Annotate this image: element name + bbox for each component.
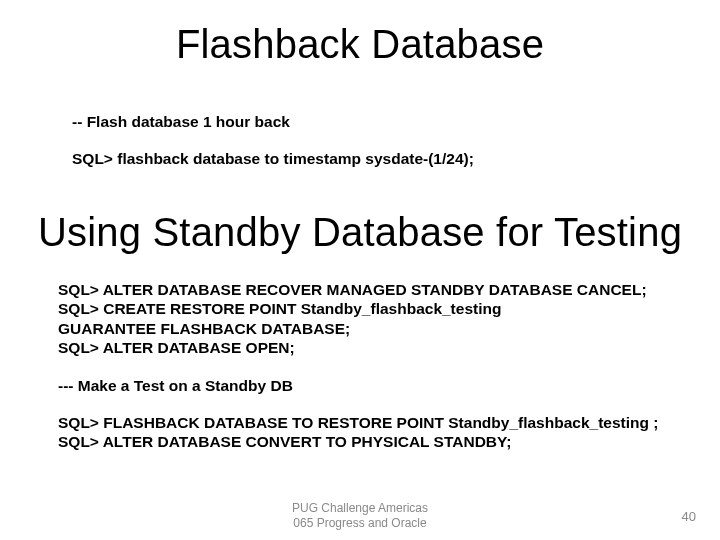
sql-line: SQL> ALTER DATABASE OPEN; bbox=[58, 338, 688, 357]
footer-line-1: PUG Challenge Americas bbox=[0, 501, 720, 515]
comment-line: -- Flash database 1 hour back bbox=[72, 112, 672, 131]
footer-line-2: 065 Progress and Oracle bbox=[0, 516, 720, 530]
code-block-flashback: -- Flash database 1 hour back SQL> flash… bbox=[72, 112, 672, 169]
sql-line: SQL> CREATE RESTORE POINT Standby_flashb… bbox=[58, 299, 688, 318]
sql-line: SQL> ALTER DATABASE CONVERT TO PHYSICAL … bbox=[58, 432, 688, 451]
page-number: 40 bbox=[682, 509, 696, 524]
footer-text: PUG Challenge Americas 065 Progress and … bbox=[0, 501, 720, 530]
sql-line: SQL> FLASHBACK DATABASE TO RESTORE POINT… bbox=[58, 413, 688, 432]
heading-standby-testing: Using Standby Database for Testing bbox=[0, 210, 720, 255]
sql-line: SQL> flashback database to timestamp sys… bbox=[72, 149, 672, 168]
heading-flashback-database: Flashback Database bbox=[0, 22, 720, 67]
sql-line: GUARANTEE FLASHBACK DATABASE; bbox=[58, 319, 688, 338]
slide: Flashback Database -- Flash database 1 h… bbox=[0, 0, 720, 540]
comment-line: --- Make a Test on a Standby DB bbox=[58, 376, 688, 395]
sql-line: SQL> ALTER DATABASE RECOVER MANAGED STAN… bbox=[58, 280, 688, 299]
code-block-standby: SQL> ALTER DATABASE RECOVER MANAGED STAN… bbox=[58, 280, 688, 452]
